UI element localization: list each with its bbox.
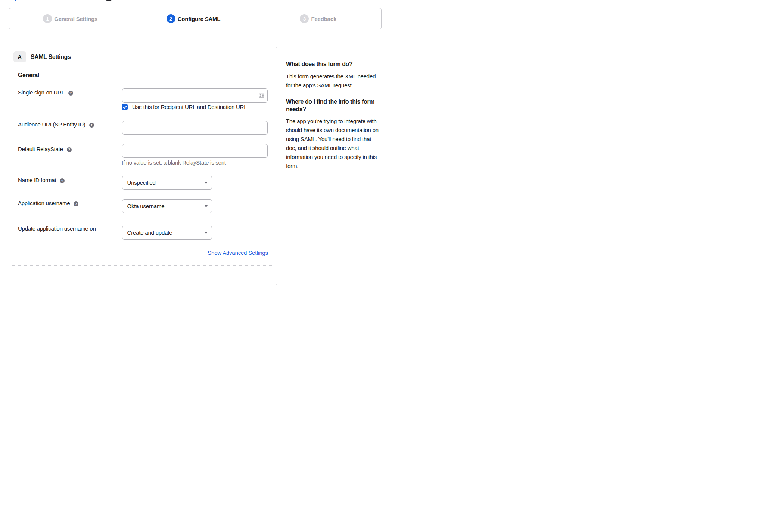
application-username-value: Okta username [127,203,165,209]
help-icon[interactable]: ? [74,201,78,206]
default-relaystate-label: Default RelayState [18,145,63,153]
default-relaystate-row-label: Default RelayState ? [18,145,72,153]
step-configure-saml[interactable]: 2 Configure SAML [132,8,255,29]
help-icon[interactable]: ? [60,178,65,183]
help-icon[interactable]: ? [67,147,72,152]
update-application-username-row-label: Update application username on [18,225,96,232]
step-feedback[interactable]: 3 Feedback [255,8,382,29]
name-id-format-row-label: Name ID format ? [18,176,65,184]
saml-settings-panel: A SAML Settings General Single sign-on U… [9,47,277,266]
audience-uri-row-label: Audience URI (SP Entity ID) ? [18,121,94,128]
sidebar-paragraph-what: This form generates the XML needed for t… [286,72,380,90]
step-3-number-badge: 3 [300,14,309,23]
name-id-format-label: Name ID format [18,176,56,184]
help-icon[interactable]: ? [89,123,94,128]
audience-uri-input[interactable] [122,121,268,135]
dashed-divider [12,265,274,266]
default-relaystate-input[interactable] [122,144,268,158]
relaystate-hint: If no value is set, a blank RelayState i… [122,159,226,166]
help-icon[interactable]: ? [68,91,73,96]
single-sign-on-url-input[interactable] [122,88,268,103]
address-card-icon [259,93,264,98]
group-heading-general: General [18,72,39,79]
checkmark-icon [123,106,127,109]
step-2-label: Configure SAML [178,16,221,22]
step-general-settings[interactable]: 1 General Settings [9,8,132,29]
use-for-recipient-destination-checkbox[interactable] [122,104,128,110]
update-application-username-select[interactable]: Create and update [122,226,212,240]
chevron-down-icon [205,205,208,207]
sidebar-paragraph-where: The app you're trying to integrate with … [286,117,380,170]
chevron-down-icon [205,182,208,184]
application-username-label: Application username [18,200,70,207]
name-id-format-select[interactable]: Unspecified [122,176,212,190]
section-a-badge: A [13,51,26,62]
audience-uri-label: Audience URI (SP Entity ID) [18,121,85,128]
step-1-label: General Settings [54,16,97,22]
application-username-row-label: Application username ? [18,200,78,207]
step-2-number-badge: 2 [167,14,175,23]
clipped-page-title-fragment [106,0,112,1]
update-application-username-label: Update application username on [18,225,96,232]
show-advanced-settings-link[interactable]: Show Advanced Settings [208,249,268,257]
sidebar-heading-where: Where do I find the info this form needs… [286,98,380,113]
chevron-down-icon [205,232,208,234]
wizard-step-bar: 1 General Settings 2 Configure SAML 3 Fe… [9,8,382,29]
single-sign-on-url-label: Single sign-on URL [18,89,65,96]
sidebar-heading-what: What does this form do? [286,60,380,68]
step-3-label: Feedback [311,16,336,22]
clipped-link-fragment [15,0,16,1]
update-application-username-value: Create and update [127,229,172,236]
use-for-recipient-destination-label: Use this for Recipient URL and Destinati… [132,103,247,111]
name-id-format-value: Unspecified [127,179,156,186]
step-1-number-badge: 1 [43,14,52,23]
section-title: SAML Settings [31,53,71,61]
application-username-select[interactable]: Okta username [122,199,212,213]
single-sign-on-url-row-label: Single sign-on URL ? [18,89,73,96]
